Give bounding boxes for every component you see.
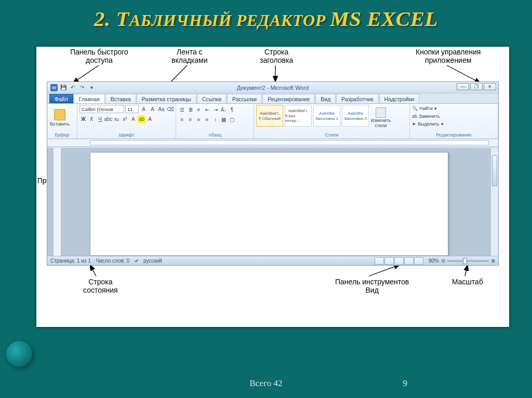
- highlight-icon[interactable]: ab: [138, 115, 145, 123]
- qat-dropdown-icon[interactable]: ▾: [88, 84, 95, 91]
- line-spacing-icon[interactable]: ↕: [211, 116, 219, 123]
- tab-file[interactable]: Файл: [49, 94, 73, 103]
- borders-icon[interactable]: ▢: [228, 116, 236, 123]
- decrease-indent-icon[interactable]: ⇤: [203, 106, 211, 114]
- zoom-slider[interactable]: [447, 260, 489, 262]
- view-full-read[interactable]: [384, 257, 394, 265]
- word-window: W 💾 ↶ ↷ ▾ Документ2 - Microsoft Word — ❐…: [47, 81, 499, 266]
- document-area: [47, 148, 498, 256]
- zoom-in-button[interactable]: ⊕: [491, 258, 495, 264]
- view-draft[interactable]: [414, 257, 423, 265]
- font-color-icon[interactable]: A: [146, 115, 154, 123]
- align-center-icon[interactable]: ≡: [187, 116, 194, 123]
- style-normal[interactable]: АаБбВвГг, ¶ Обычный: [256, 105, 283, 127]
- replace-button[interactable]: abЗаменить: [412, 113, 444, 120]
- svg-line-0: [73, 65, 99, 83]
- bold-icon[interactable]: Ж: [79, 115, 87, 123]
- document-page[interactable]: [90, 152, 448, 256]
- svg-line-3: [447, 65, 481, 83]
- undo-icon[interactable]: ↶: [69, 84, 76, 91]
- find-button[interactable]: 🔍Найти ▾: [412, 105, 444, 112]
- italic-icon[interactable]: К: [88, 115, 96, 123]
- subscript-icon[interactable]: x₂: [113, 115, 121, 123]
- align-right-icon[interactable]: ≡: [195, 116, 203, 123]
- grow-font-icon[interactable]: A: [140, 105, 148, 113]
- status-lang[interactable]: ✔ русский: [135, 258, 162, 264]
- zoom-out-button[interactable]: ⊖: [441, 258, 445, 264]
- justify-icon[interactable]: ≡: [203, 116, 211, 123]
- font-name-combo[interactable]: Calibri (Основ: [79, 105, 124, 113]
- superscript-icon[interactable]: x²: [121, 115, 129, 123]
- svg-line-16: [465, 265, 468, 276]
- group-label-paragraph: Абзац: [178, 132, 251, 139]
- save-icon[interactable]: 💾: [60, 84, 67, 91]
- document-title: Документ2 - Microsoft Word: [47, 85, 498, 91]
- tab-dev[interactable]: Разработчик: [336, 94, 378, 103]
- tab-view[interactable]: Вид: [315, 94, 336, 103]
- shrink-font-icon[interactable]: A: [149, 105, 156, 113]
- callout-statusbar: Строка состояния: [83, 278, 118, 294]
- paste-icon: [54, 109, 65, 120]
- zoom-pct[interactable]: 90%: [429, 258, 439, 264]
- view-outline[interactable]: [404, 257, 414, 265]
- callout-zoom: Масштаб: [452, 278, 483, 286]
- slide-footer: Всего 42: [0, 378, 532, 389]
- view-web[interactable]: [394, 257, 404, 265]
- status-words[interactable]: Число слов: 0: [96, 258, 129, 264]
- increase-indent-icon[interactable]: ⇥: [211, 106, 219, 114]
- zoom-thumb[interactable]: [463, 258, 467, 264]
- style-no-space[interactable]: АаБбВвГг, ¶ Без интер…: [285, 105, 312, 127]
- change-styles-button[interactable]: Изменить стили: [370, 105, 391, 131]
- tab-insert[interactable]: Вставка: [105, 94, 136, 103]
- group-clipboard: Вставить Буфер обме…: [47, 104, 77, 139]
- style-heading2[interactable]: АаБбВв Заголовок 2: [342, 105, 369, 127]
- underline-icon[interactable]: Ч: [96, 115, 104, 123]
- text-effects-icon[interactable]: A: [129, 115, 137, 123]
- window-controls: — ❐ ✕: [457, 83, 496, 90]
- slide-number: 9: [403, 378, 408, 389]
- numbering-icon[interactable]: ≣: [187, 106, 194, 114]
- callout-win-controls: Кнопки управления приложением: [416, 48, 481, 64]
- app-icon[interactable]: W: [50, 84, 58, 91]
- redo-icon[interactable]: ↷: [78, 84, 86, 91]
- vertical-ruler[interactable]: [54, 148, 61, 256]
- select-icon: ➤: [412, 121, 416, 127]
- tab-refs[interactable]: Ссылки: [197, 94, 227, 103]
- callout-ribbon-tabs: Лента с вкладками: [171, 48, 208, 64]
- minimize-button[interactable]: —: [457, 83, 469, 90]
- tab-home[interactable]: Главная: [74, 94, 105, 103]
- select-button[interactable]: ➤Выделить ▾: [412, 120, 444, 128]
- zoom-control: 90% ⊖ ⊕: [429, 258, 495, 264]
- shading-icon[interactable]: ▦: [220, 116, 228, 123]
- group-paragraph: ☰ ≣ ≡ ⇤ ⇥ A↓ ¶ ≡ ≡ ≡ ≡ ↕ ▦: [176, 104, 254, 139]
- lang-icon: ✔: [135, 258, 139, 264]
- group-font: Calibri (Основ 11 A A Aa ⌫ Ж К Ч abc x₂ …: [77, 104, 176, 139]
- quick-access-toolbar: W 💾 ↶ ↷ ▾: [47, 84, 95, 91]
- view-buttons: [375, 257, 423, 265]
- font-size-combo[interactable]: 11: [125, 105, 139, 113]
- tab-review[interactable]: Рецензирование: [262, 94, 315, 103]
- strike-icon[interactable]: abc: [104, 115, 112, 123]
- close-button[interactable]: ✕: [484, 83, 496, 90]
- bullets-icon[interactable]: ☰: [178, 106, 186, 114]
- horizontal-ruler[interactable]: [47, 139, 498, 147]
- change-case-icon[interactable]: Aa: [157, 105, 165, 113]
- paste-button[interactable]: Вставить: [49, 105, 70, 131]
- maximize-button[interactable]: ❐: [470, 83, 483, 90]
- scrollbar-thumb[interactable]: [492, 155, 497, 186]
- multilevel-icon[interactable]: ≡: [195, 106, 203, 114]
- decorative-sphere: [6, 341, 32, 367]
- tab-mail[interactable]: Рассылки: [227, 94, 262, 103]
- tab-addins[interactable]: Надстройки: [379, 94, 420, 103]
- callout-view-tools: Панель инструментов Вид: [335, 278, 409, 294]
- show-marks-icon[interactable]: ¶: [228, 106, 236, 114]
- tab-layout[interactable]: Разметка страницы: [137, 94, 196, 103]
- align-left-icon[interactable]: ≡: [178, 116, 186, 123]
- view-print-layout[interactable]: [375, 257, 384, 265]
- clear-format-icon[interactable]: ⌫: [166, 105, 174, 113]
- sort-icon[interactable]: A↓: [220, 106, 228, 114]
- status-bar: Страница: 1 из 1 Число слов: 0 ✔ русский…: [47, 256, 498, 265]
- vertical-scrollbar[interactable]: [490, 148, 498, 256]
- style-heading1[interactable]: АаБбВв Заголовок 1: [313, 105, 340, 127]
- status-page[interactable]: Страница: 1 из 1: [50, 258, 91, 264]
